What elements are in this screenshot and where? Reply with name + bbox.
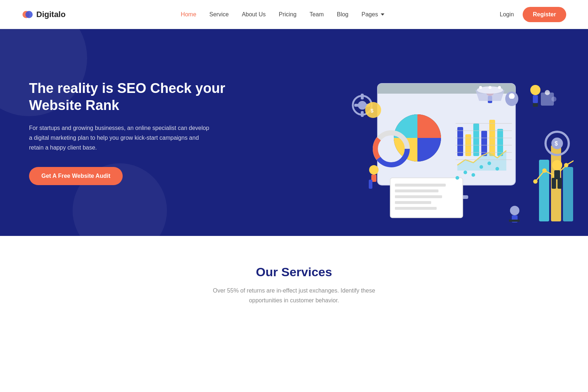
svg-point-73	[456, 176, 459, 180]
hero-illustration: $ $	[334, 36, 573, 232]
svg-rect-69	[558, 178, 562, 189]
svg-rect-28	[395, 201, 431, 204]
svg-rect-41	[354, 104, 360, 107]
svg-rect-59	[533, 103, 538, 107]
svg-point-1	[25, 11, 33, 18]
svg-point-66	[552, 160, 562, 170]
navbar: Digitalo Home Service About Us Pricing T…	[0, 0, 588, 29]
nav-link-pricing[interactable]: Pricing	[279, 11, 297, 17]
svg-rect-27	[395, 195, 442, 198]
svg-point-57	[530, 85, 540, 95]
logo-link[interactable]: Digitalo	[22, 9, 66, 20]
nav-item-pages[interactable]: Pages	[362, 11, 384, 18]
svg-point-72	[551, 97, 556, 102]
svg-point-77	[487, 162, 491, 165]
svg-point-36	[564, 163, 568, 167]
nav-links: Home Service About Us Pricing Team Blog …	[181, 11, 384, 18]
svg-rect-40	[361, 111, 364, 117]
hero-description: For startups and growing businesses, an …	[29, 123, 211, 153]
svg-point-60	[369, 165, 379, 175]
svg-rect-13	[473, 123, 479, 156]
svg-rect-58	[533, 95, 538, 103]
svg-point-78	[495, 167, 499, 171]
nav-item-home[interactable]: Home	[181, 11, 196, 18]
svg-point-74	[464, 171, 467, 174]
nav-item-team[interactable]: Team	[310, 11, 324, 18]
svg-rect-68	[552, 178, 556, 189]
svg-rect-32	[563, 167, 573, 221]
nav-item-about[interactable]: About Us	[242, 11, 266, 18]
hero-title: The reality is SEO Check your Website Ra…	[29, 80, 232, 114]
svg-rect-29	[395, 207, 437, 210]
services-section: Our Services Over 55% of returns are in-…	[0, 236, 588, 327]
logo-text: Digitalo	[36, 10, 66, 19]
cta-button[interactable]: Get A Free Website Audit	[29, 167, 123, 185]
nav-auth: Login Register	[500, 7, 566, 22]
svg-rect-62	[369, 180, 372, 189]
svg-rect-39	[361, 94, 364, 99]
svg-point-71	[545, 90, 550, 95]
nav-link-blog[interactable]: Blog	[337, 11, 348, 17]
nav-item-blog[interactable]: Blog	[337, 11, 348, 18]
svg-rect-25	[395, 184, 446, 187]
nav-link-service[interactable]: Service	[209, 11, 229, 17]
svg-point-34	[542, 168, 547, 173]
nav-link-home[interactable]: Home	[181, 11, 196, 17]
chevron-down-icon	[381, 13, 384, 16]
svg-point-55	[489, 86, 491, 89]
services-title: Our Services	[22, 265, 566, 279]
svg-rect-65	[509, 220, 520, 222]
hero-section: The reality is SEO Check your Website Ra…	[0, 29, 588, 236]
login-button[interactable]: Login	[500, 11, 514, 18]
nav-item-pricing[interactable]: Pricing	[279, 11, 297, 18]
svg-point-33	[533, 179, 538, 184]
svg-text:$: $	[371, 108, 373, 114]
hero-content: The reality is SEO Check your Website Ra…	[29, 80, 232, 185]
services-subtitle: Over 55% of returns are in-effect just e…	[207, 286, 381, 305]
svg-point-56	[479, 86, 482, 89]
nav-link-pages[interactable]: Pages	[362, 11, 378, 18]
svg-point-49	[509, 93, 515, 99]
svg-point-63	[510, 206, 519, 215]
nav-item-service[interactable]: Service	[209, 11, 229, 18]
svg-rect-16	[497, 129, 503, 156]
svg-text:$: $	[555, 140, 558, 147]
svg-point-54	[498, 86, 501, 89]
svg-point-76	[479, 165, 483, 169]
seo-svg: $ $	[334, 36, 573, 232]
nav-link-about[interactable]: About Us	[242, 11, 266, 17]
logo-icon	[22, 9, 33, 20]
nav-link-team[interactable]: Team	[310, 11, 324, 17]
svg-point-75	[471, 173, 475, 177]
register-button[interactable]: Register	[523, 7, 566, 22]
svg-rect-11	[457, 127, 463, 156]
svg-rect-26	[395, 189, 438, 192]
